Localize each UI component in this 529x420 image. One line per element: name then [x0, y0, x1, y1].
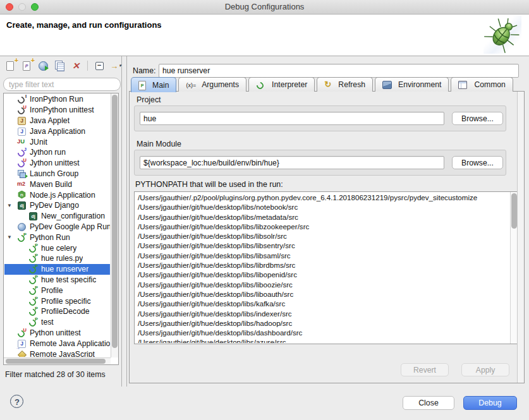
- tab-environment[interactable]: Environment: [375, 77, 449, 92]
- tree-item-python-unittest[interactable]: UPython unittest: [4, 328, 110, 339]
- tree-item-label: PyDev Django: [30, 201, 79, 210]
- tree-item-label: JUnit: [30, 138, 47, 147]
- dialog-footer: ? Close Debug: [0, 387, 529, 420]
- tree-item-remote-javascript[interactable]: Remote JavaScript: [4, 349, 110, 357]
- tree-item-jython-unittest[interactable]: UJython unittest: [4, 158, 110, 169]
- tree-horizontal-scrollbar-thumb[interactable]: [6, 359, 106, 364]
- project-input[interactable]: [140, 112, 444, 125]
- tab-arguments[interactable]: (x)=Arguments: [178, 77, 246, 92]
- expand-arrow-icon[interactable]: ▼: [7, 234, 17, 240]
- collapse-all-icon[interactable]: −: [93, 60, 106, 71]
- pythonpath-label: PYTHONPATH that will be used in the run:: [135, 180, 283, 189]
- tree-item-maven-build[interactable]: m2Maven Build: [4, 179, 110, 189]
- pythonpath-entry: /Users/jgauthier/git/hue/desktop/libs/li…: [135, 251, 509, 260]
- tab-common[interactable]: Common: [451, 77, 513, 92]
- main-module-label: Main Module: [137, 140, 181, 148]
- arguments-icon: (x)=: [186, 80, 196, 89]
- pythonpath-rows: /Users/jgauthier/.p2/pool/plugins/org.py…: [135, 193, 509, 343]
- name-input[interactable]: [159, 64, 519, 78]
- tree-item-label: hue test specific: [41, 275, 96, 284]
- python-run-icon: P: [28, 318, 39, 327]
- debug-button[interactable]: Debug: [463, 396, 517, 410]
- tree-item-jython-run[interactable]: JJython run: [4, 147, 110, 158]
- main-module-browse-button[interactable]: Browse...: [452, 156, 503, 169]
- minimize-window-button[interactable]: [18, 3, 26, 11]
- pythonpath-entry: /Users/jgauthier/git/hue/desktop/libs/in…: [135, 309, 509, 318]
- main-tab-icon: P: [138, 81, 147, 90]
- tree-item-ironpython-unittest[interactable]: UIronPython unittest: [4, 105, 110, 116]
- pythonpath-scrollbar-thumb[interactable]: [511, 193, 517, 229]
- pythonpath-entry: /Users/jgauthier/git/hue/desktop/libs/no…: [135, 202, 509, 212]
- tab-interpreter[interactable]: Interpreter: [248, 77, 315, 92]
- dialog-header: Create, manage, and run configurations: [0, 15, 529, 56]
- tab-main[interactable]: PMain: [131, 77, 176, 92]
- tree-item-profile[interactable]: PProfile: [4, 285, 110, 296]
- tree-item-hue-rules-py[interactable]: Phue rules.py: [4, 253, 110, 264]
- tab-content: Project Browse... Main Module Browse... …: [129, 91, 525, 383]
- expand-arrow-icon[interactable]: ▼: [7, 203, 17, 208]
- title-bar: Debug Configurations: [0, 0, 529, 15]
- duplicate-icon[interactable]: [53, 60, 66, 71]
- tree-item-python-run[interactable]: ▼PPython Run: [4, 232, 110, 243]
- tree-item-profiledecode[interactable]: PProfileDecode: [4, 306, 110, 317]
- python-unittest-icon: U: [17, 328, 27, 337]
- project-label: Project: [137, 95, 161, 104]
- tab-label: Environment: [398, 80, 441, 89]
- tree-item-ironpython-run[interactable]: IIronPython Run: [4, 94, 110, 105]
- export-configurations-icon[interactable]: [37, 60, 49, 71]
- filter-icon[interactable]: →▾: [109, 60, 122, 71]
- tree-item-remote-java-application[interactable]: J→Remote Java Application: [4, 338, 110, 349]
- tree-item-pydev-django[interactable]: ▼djPyDev Django: [4, 200, 110, 211]
- tree-item-label: test: [41, 318, 54, 327]
- launch-toolbar: +P+✕−→▾: [4, 59, 122, 72]
- tree-item-junit[interactable]: JUJUnit: [4, 136, 110, 147]
- tab-bar: PMain(x)=ArgumentsInterpreter↻RefreshEnv…: [131, 77, 515, 92]
- tree-item-profile-specific[interactable]: PProfile specific: [4, 296, 110, 306]
- tree-vertical-scrollbar[interactable]: [111, 93, 118, 357]
- close-window-button[interactable]: [6, 3, 13, 11]
- dropdown-caret-icon: ▾: [119, 63, 121, 68]
- tree-item-hue-celery[interactable]: Phue celery: [4, 243, 110, 253]
- tree-item-node-js-application[interactable]: nNode.js Application: [4, 189, 110, 200]
- pythonpath-entry: /Users/jgauthier/git/hue/desktop/libs/li…: [135, 241, 509, 250]
- apply-button[interactable]: Apply: [461, 363, 509, 376]
- tree-item-hue-test-specific[interactable]: Phue test specific: [4, 275, 110, 285]
- content-scrollbar[interactable]: [517, 92, 524, 383]
- main-module-input[interactable]: [140, 156, 444, 169]
- window-title: Debug Configurations: [225, 2, 305, 11]
- tab-label: Interpreter: [272, 80, 307, 89]
- dialog-header-title: Create, manage, and run configurations: [6, 20, 162, 30]
- python-run-icon: P: [28, 244, 39, 253]
- sidebar: +P+✕−→▾ IIronPython RunUIronPython unitt…: [0, 56, 122, 387]
- tree-item-new-configuration[interactable]: djNew_configuration: [4, 211, 110, 222]
- tree-item-hue-runserver[interactable]: Phue runserver: [4, 264, 110, 275]
- tree-item-label: Jython unittest: [30, 159, 80, 167]
- project-browse-button[interactable]: Browse...: [452, 112, 503, 125]
- close-button[interactable]: Close: [403, 396, 454, 410]
- delete-icon[interactable]: ✕: [70, 60, 82, 71]
- zoom-window-button[interactable]: [31, 3, 39, 11]
- pydev-django-icon: dj: [17, 201, 27, 210]
- tree-horizontal-scrollbar[interactable]: [4, 357, 111, 364]
- tree-vertical-scrollbar-thumb[interactable]: [112, 95, 118, 348]
- filter-input[interactable]: [3, 78, 121, 91]
- tree-item-java-application[interactable]: JJava Application: [4, 126, 110, 136]
- tree-item-test[interactable]: Ptest: [4, 317, 110, 328]
- tree-item-label: Java Application: [30, 127, 85, 136]
- help-button[interactable]: ?: [10, 395, 23, 408]
- tree-item-pydev-google-app-run[interactable]: PyDev Google App Run: [4, 222, 110, 232]
- tab-refresh[interactable]: ↻Refresh: [317, 77, 373, 92]
- new-configuration-icon[interactable]: +: [4, 60, 16, 71]
- tab-label: Common: [474, 80, 505, 89]
- pythonpath-entry: /Users/jgauthier/git/hue/desktop/libs/ha…: [135, 318, 509, 328]
- python-run-icon: P: [28, 254, 39, 263]
- tab-label: Main: [152, 81, 169, 90]
- tree-item-java-applet[interactable]: JJava Applet: [4, 116, 110, 126]
- java-application-icon: J: [17, 127, 27, 136]
- new-prototype-icon[interactable]: P+: [20, 60, 33, 71]
- tab-label: Refresh: [338, 80, 365, 89]
- tree-item-label: Maven Build: [30, 180, 72, 189]
- launch-group-icon: [17, 169, 27, 178]
- revert-button[interactable]: Revert: [401, 363, 449, 376]
- tree-item-launch-group[interactable]: Launch Group: [4, 169, 110, 179]
